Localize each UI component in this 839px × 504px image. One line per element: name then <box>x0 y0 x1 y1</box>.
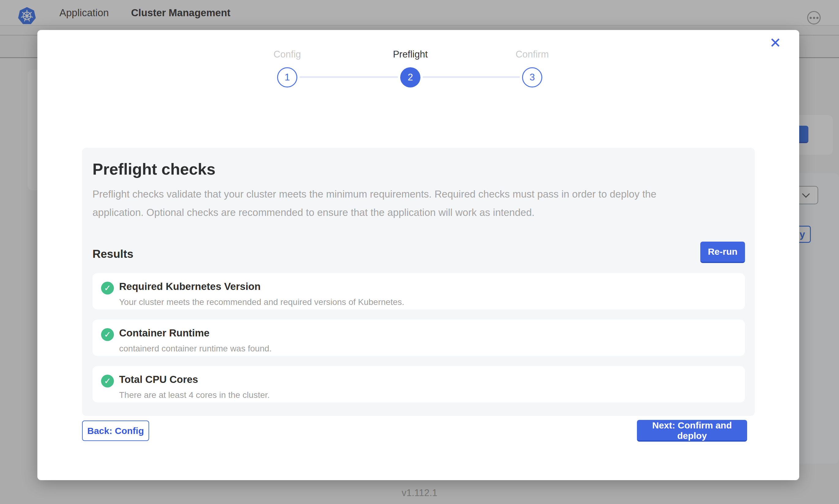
check-text: Required Kubernetes Version Your cluster… <box>119 281 404 309</box>
stepper-connector <box>299 76 398 78</box>
panel-title: Preflight checks <box>92 160 745 178</box>
check-message: There are at least 4 cores in the cluste… <box>119 390 270 400</box>
description-line: application. Optional checks are recomme… <box>92 203 745 222</box>
step-label-preflight: Preflight <box>364 49 456 60</box>
preflight-modal: ✕ Config Preflight Confirm 1 2 3 Preflig… <box>37 30 799 480</box>
check-title: Required Kubernetes Version <box>119 281 404 292</box>
check-pass-icon: ✓ <box>101 375 114 388</box>
preflight-check-row: ✓ Required Kubernetes Version Your clust… <box>92 273 745 309</box>
close-icon[interactable]: ✕ <box>766 33 785 53</box>
check-pass-icon: ✓ <box>101 328 114 341</box>
step-circle-config[interactable]: 1 <box>277 67 297 88</box>
check-message: Your cluster meets the recommended and r… <box>119 297 404 307</box>
step-label-config: Config <box>241 49 333 60</box>
panel-description: Preflight checks validate that your clus… <box>92 185 745 222</box>
check-pass-icon: ✓ <box>101 282 114 294</box>
preflight-check-row: ✓ Total CPU Cores There are at least 4 c… <box>92 366 745 402</box>
check-results-list: ✓ Required Kubernetes Version Your clust… <box>92 273 745 402</box>
step-circle-preflight[interactable]: 2 <box>400 67 421 88</box>
step-circle-confirm[interactable]: 3 <box>522 67 542 88</box>
check-text: Total CPU Cores There are at least 4 cor… <box>119 374 270 402</box>
step-label-confirm: Confirm <box>486 49 578 60</box>
next-confirm-deploy-button[interactable]: Next: Confirm and deploy <box>637 420 747 442</box>
check-title: Container Runtime <box>119 327 272 339</box>
preflight-panel: Preflight checks Preflight checks valida… <box>82 148 755 416</box>
rerun-button[interactable]: Re-run <box>700 241 745 263</box>
check-text: Container Runtime containerd container r… <box>119 327 272 356</box>
check-title: Total CPU Cores <box>119 374 270 385</box>
back-config-button[interactable]: Back: Config <box>82 420 149 441</box>
results-header-row: Results Re-run <box>92 241 745 263</box>
check-message: containerd container runtime was found. <box>119 344 272 354</box>
preflight-check-row: ✓ Container Runtime containerd container… <box>92 320 745 356</box>
stepper-connector <box>423 76 520 78</box>
screen: Application Cluster Management 0 y v1.11… <box>0 0 839 504</box>
results-heading: Results <box>92 248 134 263</box>
description-line: Preflight checks validate that your clus… <box>92 185 745 203</box>
